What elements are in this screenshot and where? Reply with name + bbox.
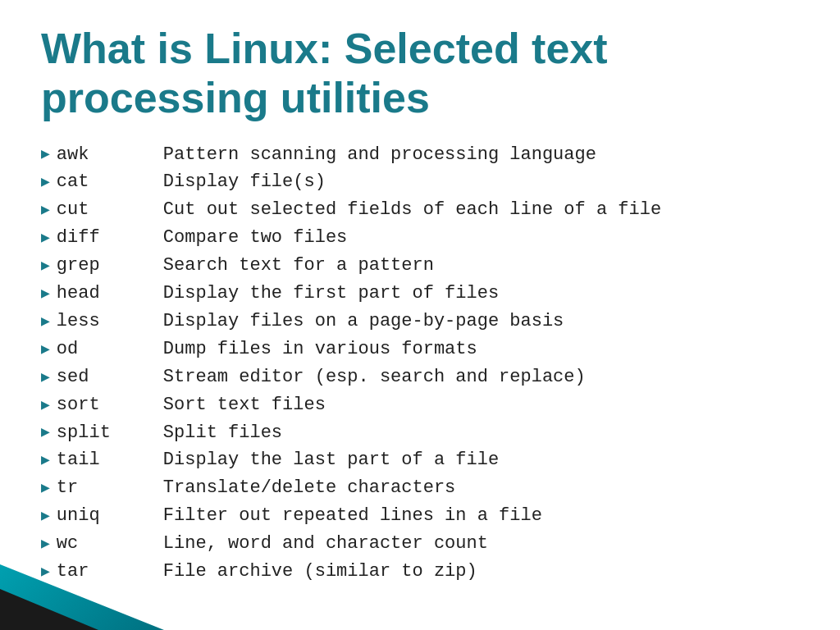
bullet-icon: ▶	[41, 395, 50, 416]
list-item: ▶diffCompare two files	[41, 224, 799, 252]
command-name: head	[57, 281, 163, 307]
command-description: Display files on a page-by-page basis	[163, 308, 564, 335]
list-item: ▶awkPattern scanning and processing lang…	[41, 141, 799, 169]
list-item: ▶tailDisplay the last part of a file	[41, 446, 799, 474]
list-item: ▶wcLine, word and character count	[41, 530, 799, 558]
command-description: Dump files in various formats	[163, 336, 477, 363]
bullet-icon: ▶	[41, 450, 50, 471]
bullet-icon: ▶	[41, 171, 50, 193]
bullet-icon: ▶	[41, 477, 50, 499]
list-item: ▶catDisplay file(s)	[41, 168, 799, 196]
command-description: Display the first part of files	[163, 281, 499, 307]
list-item: ▶odDump files in various formats	[41, 336, 799, 363]
bullet-icon: ▶	[41, 367, 50, 388]
bullet-icon: ▶	[41, 144, 50, 165]
command-name: awk	[57, 142, 163, 168]
list-item: ▶sedStream editor (esp. search and repla…	[41, 363, 799, 391]
command-description: Cut out selected fields of each line of …	[163, 197, 661, 223]
utilities-list: ▶awkPattern scanning and processing lang…	[41, 141, 799, 586]
command-name: uniq	[57, 503, 163, 529]
command-name: wc	[57, 531, 163, 557]
command-description: Sort text files	[163, 392, 326, 418]
list-item: ▶uniqFilter out repeated lines in a file	[41, 502, 799, 530]
decorative-corner	[0, 556, 180, 630]
command-name: sed	[57, 364, 163, 390]
list-item: ▶lessDisplay files on a page-by-page bas…	[41, 308, 799, 336]
list-item: ▶trTranslate/delete characters	[41, 474, 799, 502]
command-description: File archive (similar to zip)	[163, 559, 477, 585]
bullet-icon: ▶	[41, 533, 50, 555]
command-name: less	[57, 308, 163, 335]
list-item: ▶sortSort text files	[41, 391, 799, 419]
bullet-icon: ▶	[41, 255, 50, 276]
list-item: ▶grepSearch text for a pattern	[41, 252, 799, 280]
bullet-icon: ▶	[41, 311, 50, 332]
bullet-icon: ▶	[41, 199, 50, 221]
command-description: Translate/delete characters	[163, 475, 455, 501]
bullet-icon: ▶	[41, 422, 50, 443]
slide: What is Linux: Selected text processing …	[0, 0, 840, 630]
bullet-icon: ▶	[41, 283, 50, 304]
list-item: ▶headDisplay the first part of files	[41, 280, 799, 308]
bullet-icon: ▶	[41, 339, 50, 360]
command-name: cut	[57, 197, 163, 223]
command-description: Search text for a pattern	[163, 253, 434, 279]
slide-title: What is Linux: Selected text processing …	[41, 25, 799, 123]
command-name: tail	[57, 447, 163, 473]
command-description: Compare two files	[163, 225, 347, 251]
command-name: od	[57, 336, 163, 363]
command-description: Line, word and character count	[163, 531, 488, 557]
command-description: Display file(s)	[163, 169, 326, 195]
command-name: split	[57, 420, 163, 446]
command-name: tr	[57, 475, 163, 501]
command-description: Filter out repeated lines in a file	[163, 503, 542, 529]
command-description: Display the last part of a file	[163, 447, 499, 473]
command-name: diff	[57, 225, 163, 251]
command-name: sort	[57, 392, 163, 418]
command-description: Split files	[163, 420, 282, 446]
command-description: Stream editor (esp. search and replace)	[163, 364, 586, 390]
command-description: Pattern scanning and processing language	[163, 142, 596, 168]
bullet-icon: ▶	[41, 227, 50, 249]
list-item: ▶cutCut out selected fields of each line…	[41, 196, 799, 224]
list-item: ▶splitSplit files	[41, 419, 799, 447]
bullet-icon: ▶	[41, 505, 50, 527]
command-name: cat	[57, 169, 163, 195]
command-name: grep	[57, 253, 163, 279]
